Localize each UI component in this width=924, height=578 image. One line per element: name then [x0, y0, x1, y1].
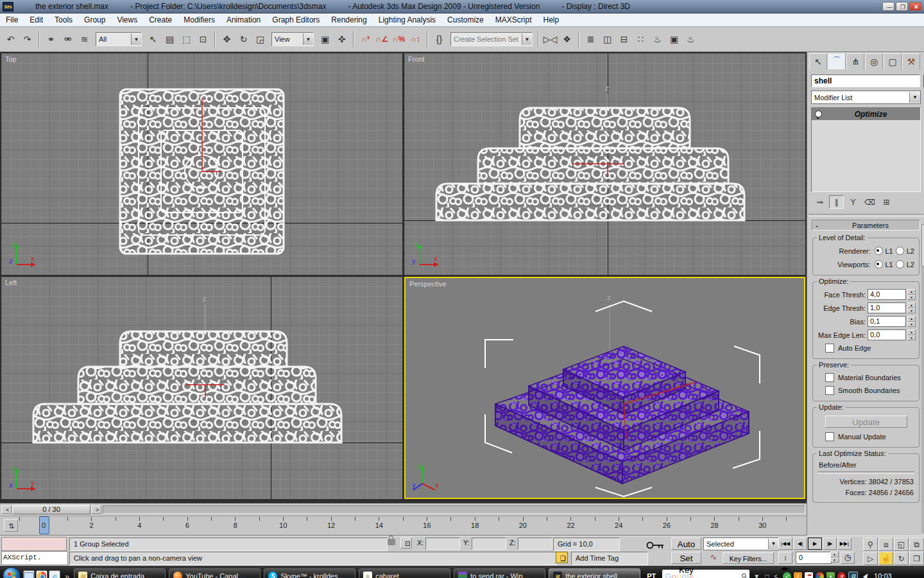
- create-selection-set-dropdown[interactable]: Create Selection Set ▼: [450, 32, 533, 46]
- unlink-selection-button[interactable]: ⚮: [60, 31, 76, 48]
- modifier-stack-row-optimize[interactable]: Optimize: [812, 108, 920, 120]
- task-inbox[interactable]: Caixa de entrada ...: [74, 568, 166, 578]
- selection-lock-icon[interactable]: [388, 539, 395, 545]
- task-3dsmax[interactable]: the exterior shell....: [549, 568, 640, 578]
- previous-frame-arrow[interactable]: <: [1, 505, 12, 514]
- key-mode-dropdown[interactable]: Selected ▼: [703, 538, 779, 550]
- go-to-start-button[interactable]: |◀◀: [778, 538, 792, 550]
- spinner-arrows[interactable]: ▲▼: [907, 289, 916, 300]
- tab-utilities[interactable]: ⚒: [902, 53, 920, 69]
- radio-l2[interactable]: [896, 247, 904, 255]
- go-to-end-button[interactable]: ▶▶|: [837, 538, 851, 550]
- zoom-extents-all-button[interactable]: ⧉: [909, 538, 924, 551]
- menu-item[interactable]: Create: [143, 14, 178, 26]
- bind-to-space-warp-button[interactable]: ≋: [76, 31, 92, 48]
- maxscript-mini-listener[interactable]: AXScript.: [1, 551, 68, 565]
- tray-avira-icon[interactable]: [805, 572, 813, 578]
- radio-l2[interactable]: [896, 260, 904, 268]
- menu-item[interactable]: MAXScript: [490, 14, 538, 26]
- track-bar-ruler[interactable]: 024681012141618202224262830: [18, 516, 805, 534]
- menu-item[interactable]: Lighting Analysis: [373, 14, 441, 26]
- snaps-toggle[interactable]: ∩³: [357, 31, 373, 48]
- next-frame-button[interactable]: |▶: [823, 538, 837, 550]
- show-desktop-button[interactable]: [23, 570, 35, 578]
- z-coordinate-field[interactable]: [518, 538, 552, 550]
- tray-sync-icon[interactable]: [826, 572, 835, 578]
- schematic-view-button[interactable]: ⊟: [616, 31, 632, 48]
- parameters-rollout-header[interactable]: - Parameters: [812, 220, 920, 231]
- close-button[interactable]: ✕: [909, 2, 921, 11]
- time-configuration-button[interactable]: ◷: [841, 552, 855, 564]
- maximize-viewport-toggle[interactable]: ❒: [909, 552, 924, 565]
- select-and-move-button[interactable]: ✥: [219, 31, 235, 48]
- time-slider-handle[interactable]: 0 / 30: [12, 505, 90, 514]
- network-icon[interactable]: [848, 572, 858, 578]
- chevron-down-icon[interactable]: ▼: [909, 92, 920, 103]
- viewport-front[interactable]: Front z: [404, 53, 805, 275]
- volume-icon[interactable]: [860, 572, 869, 578]
- preserve-checkbox[interactable]: [825, 386, 834, 395]
- percent-snap-toggle[interactable]: ∩%: [391, 31, 407, 48]
- chevron-down-icon[interactable]: ▼: [131, 33, 141, 45]
- object-name-field[interactable]: [811, 74, 920, 87]
- menu-item[interactable]: Modifiers: [178, 14, 221, 26]
- pin-stack-button[interactable]: ⊸: [812, 195, 827, 209]
- reference-coordinate-dropdown[interactable]: View ▼: [271, 32, 314, 46]
- show-end-result-button[interactable]: ∥: [829, 195, 844, 209]
- spinner-arrows[interactable]: ▲▼: [907, 316, 916, 327]
- tab-create[interactable]: ↖: [809, 53, 827, 69]
- undo-button[interactable]: ↶: [3, 31, 19, 48]
- select-and-rotate-button[interactable]: ↻: [235, 31, 252, 48]
- select-object-button[interactable]: ↖: [145, 31, 161, 48]
- modifier-stack[interactable]: Optimize: [811, 107, 921, 192]
- minimize-button[interactable]: —: [882, 2, 894, 11]
- spinner-arrows[interactable]: ▲▼: [907, 329, 916, 340]
- spinner-value-field[interactable]: 1,0: [868, 302, 906, 313]
- zoom-button[interactable]: ⚲: [863, 538, 878, 551]
- select-and-link-button[interactable]: ⚭: [43, 31, 59, 48]
- absolute-mode-toggle[interactable]: ⊡: [400, 538, 412, 548]
- zoom-all-button[interactable]: ⧈: [878, 538, 893, 551]
- chevron-down-icon[interactable]: ▼: [522, 33, 532, 45]
- manual-update-checkbox[interactable]: [825, 432, 834, 441]
- auto-edge-checkbox[interactable]: [825, 344, 834, 353]
- angle-snap-toggle[interactable]: ∩∠: [374, 31, 390, 48]
- layer-manager-button[interactable]: ≣: [583, 31, 599, 48]
- x-coordinate-field[interactable]: [425, 538, 460, 550]
- preserve-checkbox[interactable]: [825, 373, 834, 382]
- material-editor-button[interactable]: ∷: [633, 31, 649, 48]
- chevron-down-icon[interactable]: ▼: [768, 539, 778, 549]
- selection-filter-dropdown[interactable]: All ▼: [96, 32, 142, 46]
- tray-messenger-icon[interactable]: [794, 572, 802, 578]
- spinner-snap-toggle[interactable]: ∩↕: [407, 31, 424, 48]
- key-mode-toggle[interactable]: |◀▶|: [778, 552, 792, 564]
- menu-item[interactable]: Tools: [49, 14, 78, 26]
- task-skype[interactable]: Skype™ - krolldes...: [264, 568, 355, 578]
- tray-blocked-icon[interactable]: [837, 572, 846, 578]
- next-frame-arrow[interactable]: >: [91, 505, 101, 514]
- tray-collapse-chevron[interactable]: <: [773, 573, 779, 578]
- chevron-down-icon[interactable]: ▼: [303, 33, 313, 45]
- viewport-top[interactable]: Top y x z: [1, 53, 402, 275]
- frame-spinner[interactable]: ▲▼: [830, 552, 839, 563]
- redo-button[interactable]: ↷: [19, 31, 35, 48]
- tray-updater-icon[interactable]: [816, 572, 824, 578]
- viewport-left[interactable]: Left z: [1, 277, 402, 499]
- window-crossing-toggle[interactable]: ⊡: [195, 31, 211, 48]
- spinner-value-field[interactable]: 0,0: [868, 329, 906, 340]
- isolate-cube-icon[interactable]: ❑: [556, 552, 568, 563]
- tab-modify[interactable]: ⌒: [828, 53, 846, 69]
- add-time-tag[interactable]: Add Time Tag: [571, 552, 648, 565]
- set-keys-key-icon[interactable]: [646, 540, 666, 550]
- spinner-arrows[interactable]: ▲▼: [907, 302, 916, 313]
- remove-modifier-button[interactable]: ⌫: [862, 195, 877, 209]
- align-button[interactable]: ❖: [559, 31, 575, 48]
- menu-item[interactable]: Group: [78, 14, 111, 26]
- current-frame-field[interactable]: 0: [796, 552, 832, 564]
- menu-item[interactable]: Help: [537, 14, 565, 26]
- task-youtube[interactable]: YouTube - Canal ...: [169, 568, 261, 578]
- auto-key-button[interactable]: Auto Key: [671, 538, 701, 550]
- menu-item[interactable]: File: [0, 14, 24, 26]
- quick-launch-overflow[interactable]: »: [63, 572, 71, 578]
- orbit-button[interactable]: ↻: [894, 552, 909, 565]
